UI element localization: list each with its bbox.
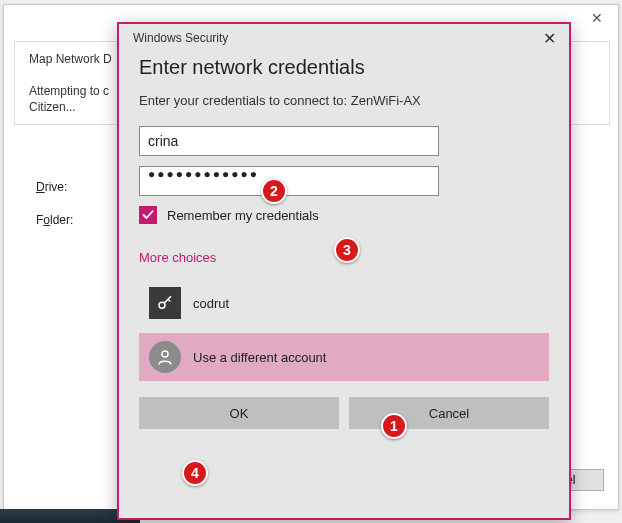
svg-point-1 [162, 351, 168, 357]
annotation-badge: 2 [261, 178, 287, 204]
svg-point-0 [159, 302, 165, 308]
title-bar: Windows Security ✕ [119, 24, 569, 52]
password-input[interactable]: ●●●●●●●●●●●● [139, 166, 439, 196]
ok-button[interactable]: OK [139, 397, 339, 429]
drive-label: Drive: [36, 180, 67, 194]
remember-label: Remember my credentials [167, 208, 319, 223]
window-title: Windows Security [133, 31, 529, 45]
windows-security-dialog: Windows Security ✕ Enter network credent… [117, 22, 571, 520]
remember-checkbox-row[interactable]: Remember my credentials [139, 206, 549, 224]
person-icon [149, 341, 181, 373]
account-label: Use a different account [193, 350, 326, 365]
key-icon [149, 287, 181, 319]
folder-label: Folder: [36, 213, 73, 227]
close-icon[interactable]: ✕ [576, 5, 618, 31]
account-label: codrut [193, 296, 229, 311]
account-option-different[interactable]: Use a different account [139, 333, 549, 381]
checkbox-icon[interactable] [139, 206, 157, 224]
close-icon[interactable]: ✕ [529, 24, 569, 52]
username-input[interactable] [139, 126, 439, 156]
annotation-badge: 1 [381, 413, 407, 439]
account-option-saved[interactable]: codrut [139, 279, 549, 327]
cancel-button[interactable]: Cancel [349, 397, 549, 429]
annotation-badge: 4 [182, 460, 208, 486]
annotation-badge: 3 [334, 237, 360, 263]
page-subtitle: Enter your credentials to connect to: Ze… [139, 93, 549, 108]
page-title: Enter network credentials [139, 56, 549, 79]
